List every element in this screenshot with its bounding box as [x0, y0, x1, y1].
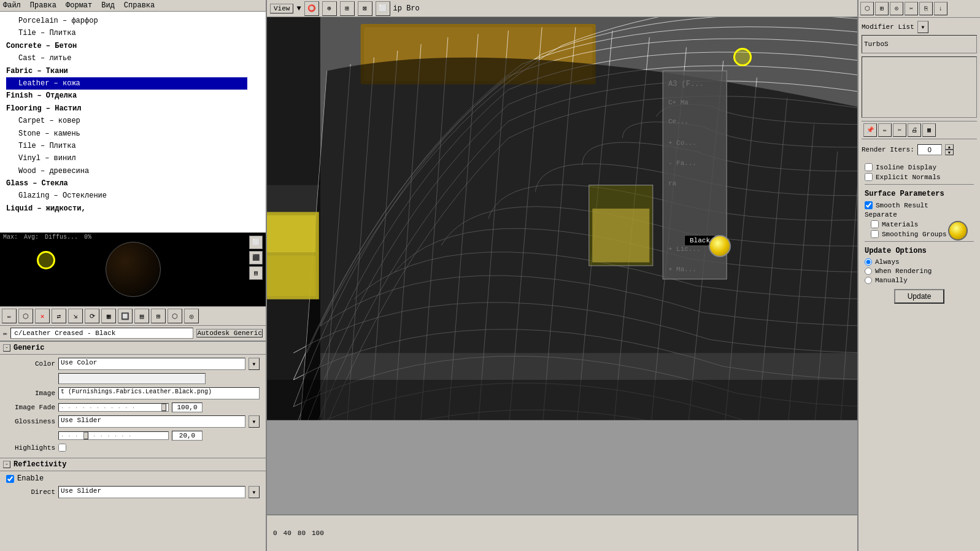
right-tool-4[interactable]: ✂ — [905, 2, 918, 15]
color-picker-yellow[interactable] — [709, 235, 731, 257]
direct-dropdown-arrow[interactable] — [249, 486, 260, 498]
material-item[interactable]: Stone – камень — [6, 128, 260, 140]
color-dropdown[interactable]: Use Color — [58, 358, 245, 370]
right-tool-edit[interactable]: ✏ — [878, 123, 892, 137]
render-iters-down[interactable]: ▼ — [945, 150, 954, 155]
menu-view[interactable]: Вид — [101, 1, 115, 10]
materials-checkbox[interactable] — [871, 220, 879, 228]
always-radio[interactable] — [865, 258, 872, 266]
tool-btn-10[interactable]: ⊞ — [151, 309, 166, 323]
pencil-tool-btn[interactable] — [2, 309, 17, 323]
right-tool-1[interactable]: ⬡ — [860, 2, 874, 15]
tool-btn-5[interactable]: ⇲ — [68, 309, 83, 323]
color-label: Color — [6, 360, 55, 368]
modifier-params-area[interactable] — [862, 56, 977, 118]
material-item[interactable]: Tile – Плитка — [6, 27, 260, 39]
smoothing-groups-checkbox[interactable] — [871, 230, 879, 238]
tool-btn-12[interactable]: ◎ — [184, 309, 199, 323]
direct-dropdown[interactable]: Use Slider — [58, 486, 245, 498]
menu-help[interactable]: Справка — [124, 1, 155, 10]
right-tool-6[interactable]: ↓ — [934, 2, 947, 15]
menu-edit[interactable]: Правка — [30, 1, 56, 10]
viewport-tool-5[interactable]: ⬜ — [376, 1, 390, 16]
reflectivity-collapse-btn[interactable]: - — [3, 461, 10, 468]
delete-tool-btn[interactable] — [35, 309, 50, 323]
tool-btn-7[interactable]: ▦ — [101, 309, 116, 323]
material-item[interactable]: Cast – литье — [6, 52, 260, 64]
image-path-display[interactable]: t (Furnishings.Fabrics.Leather.Black.png… — [58, 387, 260, 399]
slider-dots: · · · · · · · · · · · — [59, 405, 137, 410]
material-name-display[interactable]: c/Leather Creased - Black — [10, 328, 193, 339]
image-label: Image — [6, 390, 55, 397]
material-item[interactable]: Glazing – Остекление — [6, 190, 260, 202]
generic-collapse-btn[interactable]: - — [3, 344, 10, 352]
menu-file[interactable]: Файл — [3, 1, 21, 10]
highlights-checkbox[interactable] — [58, 444, 66, 452]
viewport-tool-3[interactable]: ⊞ — [340, 1, 355, 16]
glossiness-dropdown-arrow[interactable] — [249, 415, 260, 428]
svg-rect-30 — [267, 215, 315, 252]
separator-1 — [865, 184, 974, 185]
right-tool-grid[interactable]: ▦ — [922, 123, 936, 137]
material-item-leather[interactable]: Leather – кожа — [6, 77, 247, 90]
modifier-list-section: Modifier List TurboS 📌 ✏ ✂ 🖨 ▦ Render It… — [858, 18, 980, 315]
right-color-picker[interactable] — [948, 221, 968, 241]
material-category: Finish – Отделка — [6, 90, 260, 102]
right-tool-2[interactable]: ⊞ — [875, 2, 889, 15]
preview-btn-1[interactable]: ⬜ — [249, 236, 263, 249]
main-3d-view[interactable]: A3 (F... C+ Ma Ce... + Co... - Fa... ra … — [267, 17, 857, 514]
right-tools-bar: 📌 ✏ ✂ 🖨 ▦ — [862, 121, 977, 139]
highlights-label: Highlights — [6, 444, 55, 452]
renderer-dropdown[interactable]: Autodesk Generic — [196, 329, 263, 337]
right-tool-3[interactable]: ⊙ — [890, 2, 903, 15]
avg-label: Avg: — [24, 234, 39, 241]
color-swatch[interactable] — [58, 373, 206, 384]
color-row: Color Use Color — [6, 358, 260, 370]
image-fade-value[interactable]: 100,0 — [172, 403, 203, 412]
manually-radio[interactable] — [865, 277, 872, 284]
right-tool-pin[interactable]: 📌 — [863, 123, 877, 137]
material-item[interactable]: Vinyl – винил — [6, 152, 260, 164]
glossiness-handle[interactable] — [83, 432, 88, 439]
smooth-result-checkbox[interactable] — [865, 201, 873, 209]
tool-btn-11[interactable]: ⬡ — [168, 309, 182, 323]
viewport-tool-1[interactable]: ⭕ — [304, 1, 319, 16]
tool-btn-8[interactable]: 🔲 — [118, 309, 133, 323]
material-item[interactable]: Porcelain – фарфор — [6, 15, 260, 27]
material-item[interactable]: Wood – древесина — [6, 165, 260, 177]
image-fade-slider[interactable]: · · · · · · · · · · · — [58, 403, 169, 412]
viewport-tool-2[interactable]: ⊕ — [322, 1, 337, 16]
glossiness-slider[interactable]: · · · ·· · · · · · · — [58, 431, 169, 440]
isoline-display-checkbox[interactable] — [865, 163, 873, 171]
image-fade-handle[interactable] — [161, 404, 166, 411]
render-iters-up[interactable]: ▲ — [945, 144, 954, 150]
viewport-tool-4[interactable]: ⊠ — [358, 1, 372, 16]
preview-btn-3[interactable]: ▤ — [249, 266, 263, 280]
material-item[interactable]: Carpet – ковер — [6, 115, 260, 127]
glossiness-slider-row: · · · ·· · · · · · · 20,0 — [6, 431, 260, 441]
material-item[interactable]: Tile – Плитка — [6, 140, 260, 152]
preview-btn-2[interactable]: ⬛ — [249, 251, 263, 264]
update-button[interactable]: Update — [894, 289, 945, 304]
glossiness-value[interactable]: 20,0 — [172, 431, 203, 441]
tool-btn-2[interactable]: ⬡ — [18, 309, 33, 323]
modifier-list-arrow[interactable] — [917, 21, 928, 33]
tool-btn-6[interactable]: ⟳ — [85, 309, 99, 323]
view-dropdown[interactable]: View — [270, 4, 293, 13]
enable-checkbox[interactable] — [6, 475, 14, 483]
right-tool-5[interactable]: ⎘ — [919, 2, 933, 15]
right-tool-printer[interactable]: 🖨 — [908, 123, 921, 137]
right-tool-scissors[interactable]: ✂ — [893, 123, 906, 137]
color-dropdown-arrow[interactable] — [249, 358, 260, 370]
when-rendering-radio[interactable] — [865, 268, 872, 275]
preview-sphere — [106, 242, 161, 297]
left-panel: Файл Правка Формат Вид Справка Porcelain… — [0, 0, 267, 551]
material-category: Fabric – Ткани — [6, 65, 260, 77]
render-iters-input[interactable] — [917, 144, 942, 155]
explicit-normals-checkbox[interactable] — [865, 173, 873, 181]
glossiness-dropdown[interactable]: Use Slider — [58, 415, 245, 428]
material-selector-bar: ✏ c/Leather Creased - Black Autodesk Gen… — [0, 326, 266, 341]
tool-btn-9[interactable]: ▤ — [134, 309, 149, 323]
menu-format[interactable]: Формат — [66, 1, 92, 10]
tool-btn-4[interactable]: ⇄ — [52, 309, 66, 323]
